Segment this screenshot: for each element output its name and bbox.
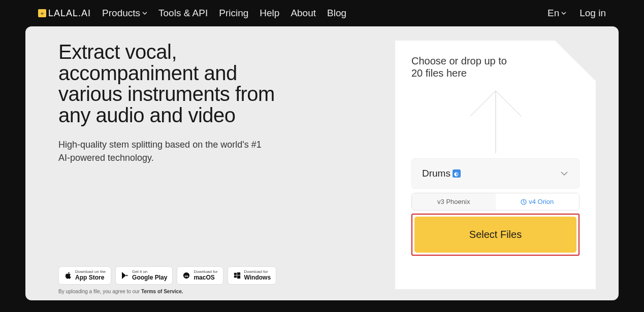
nav-item-label: About (291, 8, 316, 19)
nav-item-label: Blog (327, 8, 346, 19)
headline: Extract vocal, accompaniment and various… (58, 42, 302, 126)
login-label: Log in (579, 8, 606, 19)
nav-help[interactable]: Help (260, 8, 279, 19)
language-selector[interactable]: En (548, 8, 566, 19)
upload-column: Choose or drop up to 20 files here Drums… (395, 41, 598, 294)
windows-button[interactable]: Download for Windows (228, 266, 277, 285)
subhead: High-quality stem splitting based on the… (58, 138, 262, 164)
nav-products[interactable]: Products (102, 8, 147, 19)
macos-button[interactable]: os Download for macOS (177, 266, 223, 285)
svg-rect-5 (237, 275, 240, 279)
login-link[interactable]: Log in (579, 8, 606, 19)
tos-link[interactable]: Terms of Service. (141, 289, 183, 294)
upload-arrow-icon (465, 88, 526, 154)
svg-rect-4 (234, 275, 236, 278)
svg-rect-3 (237, 272, 240, 275)
svg-text:os: os (185, 274, 189, 278)
chevron-down-icon (561, 11, 566, 16)
hero-column: Extract vocal, accompaniment and various… (58, 41, 370, 294)
dropdown-value: Drums (422, 168, 450, 179)
select-files-button[interactable]: Select Files (414, 217, 576, 253)
tos-prefix: By uploading a file, you agree to our (58, 289, 141, 294)
gplay-big: Google Play (132, 274, 167, 281)
svg-rect-2 (234, 273, 236, 275)
upload-card[interactable]: Choose or drop up to 20 files here Drums… (395, 41, 596, 289)
version-label: v3 Phoenix (437, 198, 470, 205)
nav-tools-api[interactable]: Tools & API (158, 8, 208, 19)
googleplay-button[interactable]: Get it on Google Play (115, 266, 173, 285)
orion-icon (521, 199, 527, 205)
language-label: En (548, 8, 559, 19)
nav-item-label: Help (260, 8, 279, 19)
nav-item-label: Products (102, 8, 140, 19)
nav-item-label: Tools & API (158, 8, 208, 19)
logo[interactable]: ÷ LALAL.AI (38, 8, 91, 19)
googleplay-icon (121, 271, 129, 280)
download-buttons-row: Download on the App Store Get it on Goog… (58, 266, 370, 285)
drop-instructions: Choose or drop up to 20 files here (411, 55, 513, 79)
tos-text: By uploading a file, you agree to our Te… (58, 289, 370, 294)
select-files-highlight: Select Files (411, 214, 579, 256)
windows-big: Windows (244, 274, 271, 281)
version-phoenix-button[interactable]: v3 Phoenix (412, 193, 496, 210)
instrument-dropdown[interactable]: Drums ◐ (411, 158, 579, 189)
nav-blog[interactable]: Blog (327, 8, 346, 19)
appstore-big: App Store (75, 274, 104, 281)
apple-icon (64, 271, 72, 280)
logo-text: LALAL.AI (48, 8, 91, 19)
drums-badge-icon: ◐ (453, 169, 461, 178)
select-files-label: Select Files (469, 229, 522, 240)
windows-icon (233, 271, 241, 280)
appstore-button[interactable]: Download on the App Store (58, 266, 111, 285)
nav-item-label: Pricing (219, 8, 248, 19)
macos-icon: os (182, 271, 190, 280)
chevron-down-icon (142, 11, 147, 16)
chevron-down-icon (560, 169, 569, 178)
logo-icon: ÷ (38, 9, 46, 17)
version-selector: v3 Phoenix v4 Orion (411, 193, 579, 211)
version-orion-button[interactable]: v4 Orion (496, 193, 579, 210)
nav-about[interactable]: About (291, 8, 316, 19)
nav-pricing[interactable]: Pricing (219, 8, 248, 19)
macos-big: macOS (194, 274, 214, 281)
main-panel: Extract vocal, accompaniment and various… (25, 26, 619, 300)
version-label: v4 Orion (529, 198, 554, 205)
